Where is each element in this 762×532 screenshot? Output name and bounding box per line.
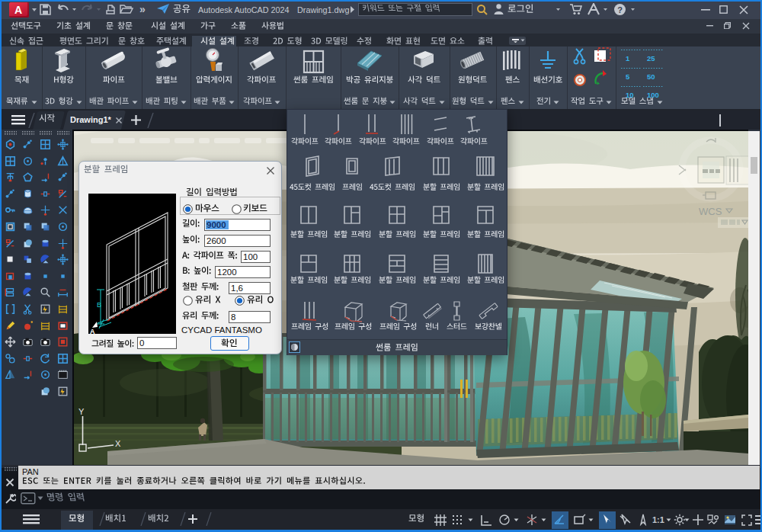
svg-text:B: B <box>97 301 101 309</box>
svg-text:X: X <box>115 439 121 448</box>
svg-text:A: A <box>90 328 95 334</box>
svg-text:WCS: WCS <box>699 206 722 217</box>
svg-text:?: ? <box>617 5 623 14</box>
svg-text:Y: Y <box>78 407 85 416</box>
